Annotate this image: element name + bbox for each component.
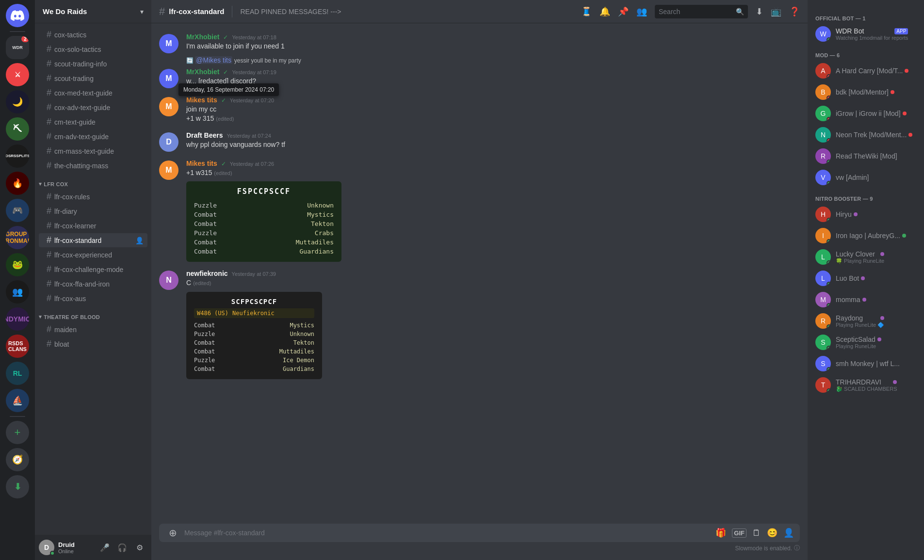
member-item-raydong[interactable]: R Raydong Playing RuneLite 🔷 (811, 310, 920, 332)
channel-item-cm-mass-text-guide[interactable]: # cm-mass-text-guide (39, 144, 147, 158)
member-status-online (827, 303, 831, 307)
timestamp-tooltip: Monday, 16 September 2024 07:20 (178, 83, 279, 96)
server-icon-13[interactable]: RL (6, 362, 29, 385)
channel-item-lfr-cox-ffa-and-iron[interactable]: # lfr-cox-ffa-and-iron (39, 277, 147, 291)
member-item-wdr-bot[interactable]: W WDR Bot APP Watching 1modmail for repo… (811, 23, 920, 45)
message-content: Mikes tits ✓ Yesterday at 07:20 join my … (186, 96, 800, 124)
channel-label: scout-trading (54, 75, 94, 82)
channel-item-cox-med-text-guide[interactable]: # cox-med-text-guide (39, 86, 147, 100)
message-text: 🔄 @Mikes tits yessir youll be in my part… (186, 56, 800, 65)
server-icon-wdr[interactable]: 2 WDR (6, 36, 29, 59)
member-item-neontrek[interactable]: N Neon Trek [Mod/Ment... (811, 124, 920, 145)
member-item-ahardcarry[interactable]: A A Hard Carry [Mod/T... (811, 60, 920, 81)
server-icon-14[interactable]: ⛵ (6, 389, 29, 412)
server-icon-11[interactable]: ENDYMION (6, 307, 29, 331)
channel-item-the-chatting-mass[interactable]: # the-chatting-mass (39, 159, 147, 173)
server-icon-4[interactable]: ⛏ (6, 117, 29, 141)
server-icon-5[interactable]: OSRSSPLITS (6, 144, 29, 168)
channel-item-lfr-cox-standard[interactable]: # lfr-cox-standard 👤 (39, 233, 147, 247)
category-lfr-cox[interactable]: ▾ LFR COX (35, 173, 151, 189)
server-icon-3[interactable]: 🌙 (6, 90, 29, 113)
member-avatar: T (815, 377, 831, 393)
channel-item-cox-solo-tactics[interactable]: # cox-solo-tactics (39, 42, 147, 56)
channel-item-lfr-cox-challenge-mode[interactable]: # lfr-cox-challenge-mode (39, 262, 147, 276)
member-info: WDR Bot APP Watching 1modmail for report… (836, 27, 908, 41)
server-icon-6[interactable]: 🔥 (6, 172, 29, 195)
member-item-trihardravi[interactable]: T TRIHARDRAVI 🐉 SCALED CHAMBERS (811, 374, 920, 396)
channel-label: bloat (54, 340, 69, 348)
server-explore[interactable]: 🧭 (6, 448, 29, 471)
server-icon-12[interactable]: RSDSCLANS (6, 335, 29, 358)
channel-label: maiden (54, 326, 77, 334)
channel-item-cm-text-guide[interactable]: # cm-text-guide (39, 115, 147, 129)
screen-share-icon[interactable]: 📺 (771, 6, 781, 17)
server-header[interactable]: We Do Raids ▾ (35, 0, 151, 23)
settings-button[interactable]: ⚙ (132, 540, 147, 555)
member-item-bdk[interactable]: B bdk [Mod/Mentor] (811, 81, 920, 103)
channel-item-cox-tactics[interactable]: # cox-tactics (39, 28, 147, 42)
member-item-scepticsalad[interactable]: S ScepticSalad Playing RuneLite (811, 332, 920, 353)
members-icon[interactable]: 👥 (636, 6, 647, 17)
message-timestamp: Yesterday at 07:20 (230, 97, 274, 103)
channel-item-bloat[interactable]: # bloat (39, 337, 147, 351)
server-icon-8[interactable]: GROUPRONMA! (6, 226, 29, 249)
search-bar[interactable]: Search 🔍 (655, 5, 748, 18)
channel-item-lfr-cox-experienced[interactable]: # lfr-cox-experienced (39, 248, 147, 262)
deafen-button[interactable]: 🎧 (114, 540, 130, 555)
server-icon-7[interactable]: 🎮 (6, 199, 29, 222)
server-separator-2 (10, 416, 25, 417)
member-item-vw[interactable]: V vw [Admin] (811, 167, 920, 188)
server-add[interactable]: + (6, 421, 29, 444)
message-group: M Mikes tits ✓ Yesterday at 07:26 +1 w31… (151, 158, 808, 264)
member-item-momma[interactable]: M momma (811, 289, 920, 310)
server-icon-2[interactable]: ⚔ (6, 63, 29, 86)
channel-item-lfr-cox-aus[interactable]: # lfr-cox-aus (39, 291, 147, 305)
chevron-down-icon: ▾ (140, 8, 144, 16)
message-text: C(edited) (186, 278, 800, 288)
channel-item-cox-adv-text-guide[interactable]: # cox-adv-text-guide (39, 100, 147, 114)
member-item-igrow[interactable]: G iGrow | iGrow ii [Mod] (811, 103, 920, 124)
mute-button[interactable]: 🎤 (97, 540, 113, 555)
message-text-extra: +1 w 315(edited) (186, 114, 800, 124)
member-item-hiryu[interactable]: H Hiryu (811, 204, 920, 225)
member-item-luckyclover[interactable]: L Lucky Clover 🍀 Playing RuneLite (811, 246, 920, 268)
status-dot-online (50, 551, 55, 556)
channel-item-scout-trading-info[interactable]: # scout-trading-info (39, 57, 147, 71)
help-icon[interactable]: ❓ (789, 6, 800, 17)
member-item-ironiago[interactable]: I Iron Iago | AubreyG... (811, 225, 920, 246)
message-input[interactable]: Message #lfr-cox-standard (184, 524, 712, 542)
member-avatar: R (815, 148, 831, 164)
channel-item-lfr-cox-rules[interactable]: # lfr-cox-rules (39, 190, 147, 204)
thread-icon[interactable]: 🧵 (581, 6, 592, 17)
channel-item-scout-trading[interactable]: # scout-trading (39, 71, 147, 85)
server-icon-discord[interactable] (6, 4, 29, 27)
server-separator (10, 31, 25, 32)
server-icon-9[interactable]: 🐸 (6, 253, 29, 276)
hash-icon: # (47, 221, 51, 231)
channel-item-maiden[interactable]: # maiden (39, 322, 147, 336)
channel-item-cm-adv-text-guide[interactable]: # cm-adv-text-guide (39, 129, 147, 144)
category-theatre-of-blood[interactable]: ▾ THEATRE OF BLOOD (35, 306, 151, 322)
channel-label: lfr-cox-ffa-and-iron (54, 280, 110, 288)
channel-item-lfr-diary[interactable]: # lfr-diary (39, 204, 147, 218)
verified-icon: ✓ (223, 69, 228, 76)
member-item-luobot[interactable]: L Luo Bot (811, 268, 920, 289)
add-attachment-button[interactable]: ⊕ (165, 525, 180, 541)
pin-icon[interactable]: 📌 (618, 6, 629, 17)
notification-icon[interactable]: 🔔 (600, 6, 610, 17)
nitro-icon (880, 252, 884, 256)
channel-item-lfr-cox-learner[interactable]: # lfr-cox-learner (39, 219, 147, 233)
member-item-readthewiki[interactable]: R Read TheWiki [Mod] (811, 145, 920, 167)
message-content: MrXhobiet ✓ Yesterday at 07:18 I'm avail… (186, 33, 800, 53)
add-member-icon[interactable]: 👤 (135, 237, 144, 244)
user-info: Druid Online (58, 541, 93, 554)
gift-icon[interactable]: 🎁 (715, 528, 726, 538)
server-icon-10[interactable]: 👥 (6, 280, 29, 304)
server-download[interactable]: ⬇ (6, 475, 29, 498)
sticker-icon[interactable]: 🗒 (752, 528, 761, 538)
emoji-icon[interactable]: 😊 (767, 528, 778, 538)
member-item-smhmonkey[interactable]: S smh Monkey | wtf L... (811, 353, 920, 374)
gif-icon[interactable]: GIF (732, 528, 746, 538)
add-people-icon[interactable]: 👤 (783, 528, 794, 538)
download-icon[interactable]: ⬇ (756, 6, 763, 17)
